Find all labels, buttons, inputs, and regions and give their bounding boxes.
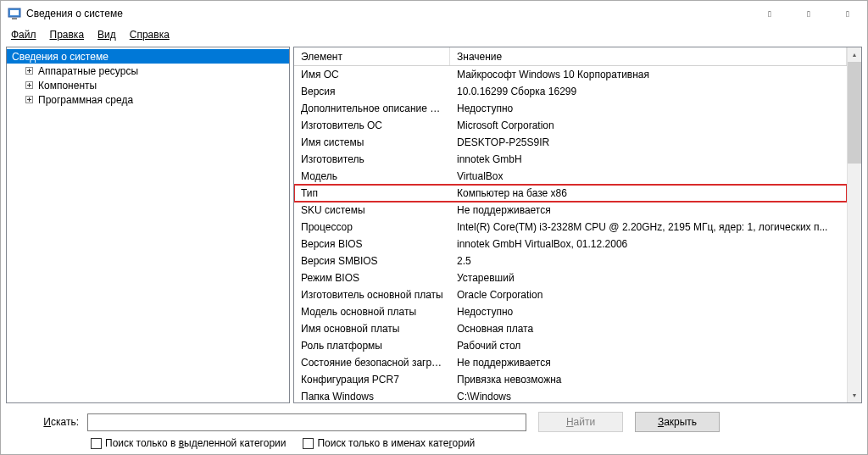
scroll-down-icon[interactable]: ▼	[848, 388, 861, 402]
cell-value: 10.0.16299 Сборка 16299	[450, 86, 847, 97]
close-search-button[interactable]: Закрыть	[635, 412, 720, 432]
table-row[interactable]: Изготовитель основной платыOracle Corpor…	[294, 286, 847, 303]
search-label: Искать:	[6, 416, 82, 428]
cell-element: Тип	[294, 187, 450, 199]
menubar: Файл Правка Вид Справка	[1, 26, 867, 43]
table-row[interactable]: Состояние безопасной загруз...Не поддерж…	[294, 354, 847, 371]
scroll-thumb[interactable]	[848, 62, 861, 164]
chk-selected-category[interactable]: Поиск только в выделенной категории	[91, 437, 286, 449]
expand-icon[interactable]	[24, 80, 35, 91]
cell-value: innotek GmbH	[450, 153, 847, 165]
tree-pane: Сведения о системе Аппаратные ресурсы Ко…	[6, 47, 290, 403]
cell-element: Роль платформы	[294, 340, 450, 352]
maximize-button[interactable]: 	[789, 1, 828, 26]
svg-rect-2	[12, 18, 17, 19]
details-pane: Элемент Значение Имя ОСМайкрософт Window…	[293, 47, 862, 403]
checkbox-icon	[91, 438, 102, 449]
cell-element: Имя основной платы	[294, 323, 450, 335]
titlebar: Сведения о системе   	[1, 1, 867, 26]
table-body: Имя ОСМайкрософт Windows 10 Корпоративна…	[294, 66, 847, 402]
table-row[interactable]: МодельVirtualBox	[294, 168, 847, 185]
menu-help[interactable]: Справка	[123, 27, 176, 42]
cell-element: Изготовитель	[294, 153, 450, 165]
table-row[interactable]: Конфигурация PCR7Привязка невозможна	[294, 371, 847, 388]
cell-element: Режим BIOS	[294, 272, 450, 284]
table: Элемент Значение Имя ОСМайкрософт Window…	[294, 47, 847, 402]
expand-icon[interactable]	[24, 94, 35, 105]
cell-value: Компьютер на базе x86	[450, 187, 847, 199]
cell-value: VirtualBox	[450, 170, 847, 182]
table-row[interactable]: Дополнительное описание ОСНедоступно	[294, 100, 847, 117]
cell-element: SKU системы	[294, 204, 450, 216]
vertical-scrollbar[interactable]: ▲ ▼	[847, 47, 861, 402]
table-row[interactable]: Версия SMBIOS2.5	[294, 252, 847, 269]
menu-view[interactable]: Вид	[91, 27, 123, 42]
cell-element: Изготовитель основной платы	[294, 289, 450, 301]
tree-item-hardware[interactable]: Аппаратные ресурсы	[7, 64, 289, 78]
cell-element: Имя ОС	[294, 69, 450, 80]
app-icon	[8, 7, 21, 20]
cell-value: Рабочий стол	[450, 340, 847, 352]
cell-value: Основная плата	[450, 323, 847, 335]
window-title: Сведения о системе	[26, 8, 750, 19]
find-button[interactable]: Найти	[538, 412, 623, 432]
cell-value: Не поддерживается	[450, 204, 847, 216]
cell-value: innotek GmbH VirtualBox, 01.12.2006	[450, 238, 847, 250]
table-header: Элемент Значение	[294, 47, 847, 66]
content-area: Сведения о системе Аппаратные ресурсы Ко…	[1, 43, 867, 403]
expand-icon[interactable]	[24, 65, 35, 76]
table-row[interactable]: Версия BIOSinnotek GmbH VirtualBox, 01.1…	[294, 236, 847, 252]
table-row[interactable]: Модель основной платыНедоступно	[294, 303, 847, 320]
table-row[interactable]: Имя системыDESKTOP-P25S9IR	[294, 134, 847, 151]
tree-item-components[interactable]: Компоненты	[7, 78, 289, 92]
menu-file[interactable]: Файл	[4, 27, 43, 42]
table-row[interactable]: Версия10.0.16299 Сборка 16299	[294, 83, 847, 100]
close-button[interactable]: 	[828, 1, 867, 26]
cell-element: Изготовитель ОС	[294, 119, 450, 131]
menu-edit[interactable]: Правка	[43, 27, 92, 42]
cell-value: Недоступно	[450, 103, 847, 114]
cell-element: Версия SMBIOS	[294, 255, 450, 267]
checkbox-icon	[303, 438, 314, 449]
table-row[interactable]: ТипКомпьютер на базе x86	[294, 185, 847, 202]
search-options: Поиск только в выделенной категории Поис…	[6, 437, 862, 449]
window-controls:   	[750, 1, 867, 26]
chk-category-names[interactable]: Поиск только в именах категорий	[303, 437, 475, 449]
cell-element: Версия BIOS	[294, 238, 450, 250]
table-row[interactable]: Имя основной платыОсновная плата	[294, 320, 847, 337]
cell-value: Недоступно	[450, 306, 847, 318]
search-bar: Искать: Найти Закрыть Поиск только в выд…	[1, 403, 867, 454]
table-row[interactable]: SKU системыНе поддерживается	[294, 202, 847, 219]
cell-value: DESKTOP-P25S9IR	[450, 136, 847, 148]
cell-element: Модель основной платы	[294, 306, 450, 318]
table-row[interactable]: ПроцессорIntel(R) Core(TM) i3-2328M CPU …	[294, 219, 847, 236]
cell-element: Дополнительное описание ОС	[294, 103, 450, 114]
table-row[interactable]: Режим BIOSУстаревший	[294, 269, 847, 286]
table-row[interactable]: Роль платформыРабочий стол	[294, 337, 847, 354]
scroll-up-icon[interactable]: ▲	[848, 47, 861, 62]
cell-element: Состояние безопасной загруз...	[294, 357, 450, 369]
cell-element: Папка Windows	[294, 391, 450, 402]
column-value[interactable]: Значение	[450, 47, 847, 65]
window: Сведения о системе    Файл Правка Вид…	[0, 0, 868, 455]
tree-item-software-env[interactable]: Программная среда	[7, 92, 289, 107]
cell-value: Не поддерживается	[450, 357, 847, 369]
table-row[interactable]: Имя ОСМайкрософт Windows 10 Корпоративна…	[294, 66, 847, 83]
tree-root[interactable]: Сведения о системе	[7, 49, 289, 64]
column-element[interactable]: Элемент	[294, 47, 450, 65]
table-row[interactable]: Изготовитель ОСMicrosoft Corporation	[294, 117, 847, 134]
cell-value: Oracle Corporation	[450, 289, 847, 301]
cell-element: Конфигурация PCR7	[294, 374, 450, 386]
svg-rect-1	[10, 10, 19, 15]
table-row[interactable]: Изготовительinnotek GmbH	[294, 151, 847, 168]
cell-element: Имя системы	[294, 136, 450, 148]
search-input[interactable]	[87, 413, 526, 431]
cell-element: Модель	[294, 170, 450, 182]
cell-value: Устаревший	[450, 272, 847, 284]
cell-value: Майкрософт Windows 10 Корпоративная	[450, 69, 847, 80]
cell-element: Процессор	[294, 221, 450, 233]
table-row[interactable]: Папка WindowsC:\Windows	[294, 388, 847, 402]
cell-value: 2.5	[450, 255, 847, 267]
search-row: Искать: Найти Закрыть	[6, 412, 862, 432]
minimize-button[interactable]: 	[750, 1, 789, 26]
